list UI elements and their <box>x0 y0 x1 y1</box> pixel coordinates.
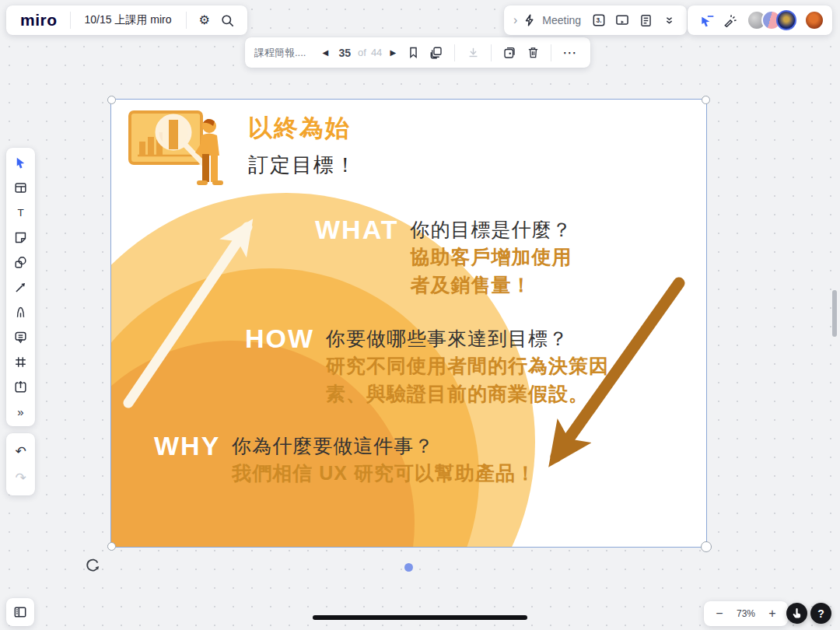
follow-cursor-icon[interactable] <box>695 9 719 32</box>
frames-list-toggle[interactable] <box>6 598 34 626</box>
more-options-icon[interactable]: ⋯ <box>558 41 581 65</box>
of-label: of <box>358 47 366 58</box>
double-chevron-down-icon[interactable] <box>657 9 681 32</box>
answer-how-line1: 研究不同使用者間的行為決策因 <box>326 352 609 380</box>
pen-tool-icon[interactable] <box>9 299 33 324</box>
chart-analysis-illustration <box>125 106 234 193</box>
duplicate-icon[interactable] <box>498 41 521 65</box>
energy-bolt-icon[interactable] <box>520 9 539 32</box>
interactive-mode-button[interactable] <box>786 603 807 624</box>
pages-stack-icon[interactable] <box>425 41 448 65</box>
shapes-tool-icon[interactable] <box>9 250 33 275</box>
miro-logo[interactable]: miro <box>14 11 64 30</box>
vertical-scrollbar[interactable] <box>832 290 837 337</box>
collaboration-panel <box>688 5 832 35</box>
question-what: 你的目標是什麼？ <box>410 216 572 243</box>
question-why: 你為什麼要做這件事？ <box>232 432 536 459</box>
answer-what-line1: 協助客戶增加使用 <box>410 243 572 271</box>
current-user-avatar[interactable] <box>804 10 824 30</box>
section-what: WHAT 你的目標是什麼？ 協助客戶增加使用 者及銷售量！ <box>315 216 572 299</box>
frame-handle-top-right[interactable] <box>702 96 710 104</box>
app-header-left: miro 10/15 上課用 miro ⚙ <box>6 5 247 35</box>
calendar-badge-icon[interactable]: 3. <box>587 9 611 32</box>
svg-text:3.: 3. <box>597 16 602 24</box>
section-how: HOW 你要做哪些事來達到目標？ 研究不同使用者間的行為決策因 素、與驗證目前的… <box>245 325 609 408</box>
bookmark-icon[interactable] <box>401 41 425 65</box>
keyword-what: WHAT <box>315 216 398 243</box>
undo-icon[interactable]: ↶ <box>9 438 33 464</box>
board-title[interactable]: 10/15 上課用 miro <box>77 13 180 27</box>
divider <box>454 44 455 61</box>
frame-handle-top-left[interactable] <box>107 96 116 104</box>
zoom-out-button[interactable]: − <box>710 607 729 621</box>
slide-title-block: 以終為始 訂定目標！ <box>248 112 357 179</box>
frame-tool-icon[interactable] <box>9 349 33 374</box>
divider <box>70 12 71 29</box>
zoom-level[interactable]: 73% <box>737 608 755 619</box>
sticky-note-tool-icon[interactable] <box>9 225 33 250</box>
presentation-icon[interactable] <box>611 9 634 32</box>
prev-frame-button[interactable]: ◀ <box>317 41 334 65</box>
frame-handle-bottom-left[interactable] <box>107 542 116 551</box>
question-how: 你要做哪些事來達到目標？ <box>326 325 609 352</box>
upload-tool-icon[interactable] <box>9 374 33 399</box>
divider <box>491 44 492 61</box>
connector-tool-icon[interactable] <box>9 275 33 299</box>
zoom-controls: − 73% + <box>704 601 788 626</box>
keyword-why: WHY <box>154 432 220 459</box>
history-panel: ↶ ↷ <box>6 433 35 495</box>
collaborator-avatar-3[interactable] <box>776 10 796 30</box>
search-icon[interactable] <box>216 9 240 32</box>
next-frame-button[interactable]: ▶ <box>384 41 401 65</box>
frame-toolbar: 課程簡報.... ◀ 35 of 44 ▶ ⋯ <box>245 37 590 68</box>
collapse-chevron-icon[interactable]: › <box>510 13 520 27</box>
download-icon <box>461 41 485 65</box>
settings-gear-icon[interactable]: ⚙ <box>193 9 216 32</box>
comment-tool-icon[interactable] <box>9 324 33 349</box>
keyword-how: HOW <box>245 325 314 352</box>
frame-anchor-dot[interactable] <box>404 563 413 572</box>
current-frame-number: 35 <box>338 47 351 59</box>
help-button[interactable]: ? <box>810 603 831 624</box>
answer-how-line2: 素、與驗證目前的商業假設。 <box>326 380 609 408</box>
slide-subtitle: 訂定目標！ <box>248 152 357 179</box>
meeting-label[interactable]: Meeting <box>542 14 581 26</box>
trash-icon[interactable] <box>521 41 544 65</box>
rotate-handle-icon[interactable] <box>84 555 103 574</box>
frame-name-label[interactable]: 課程簡報.... <box>254 46 306 60</box>
select-tool-icon[interactable] <box>9 150 33 175</box>
frame-handle-bottom-right[interactable] <box>701 541 712 552</box>
home-indicator-bar <box>313 615 527 620</box>
divider <box>551 44 551 61</box>
notes-icon[interactable] <box>634 9 657 32</box>
svg-text:T: T <box>17 207 23 219</box>
slide-frame[interactable]: 以終為始 訂定目標！ WHAT 你的目標是什麼？ 協助客戶增加使用 者及銷售量！… <box>111 100 706 547</box>
creation-toolbar: T » <box>6 148 35 426</box>
divider <box>186 12 187 29</box>
templates-tool-icon[interactable] <box>9 175 33 200</box>
total-frames: 44 <box>371 47 382 58</box>
miro-app: { "app": { "logo": "miro", "board_title"… <box>0 0 840 630</box>
section-why: WHY 你為什麼要做這件事？ 我們相信 UX 研究可以幫助產品！ <box>154 432 536 487</box>
laser-pointer-icon[interactable] <box>719 9 742 32</box>
more-tools-icon[interactable]: » <box>9 399 33 424</box>
zoom-in-button[interactable]: + <box>763 607 782 621</box>
slide-title: 以終為始 <box>248 112 357 145</box>
redo-icon: ↷ <box>9 464 33 491</box>
text-tool-icon[interactable]: T <box>9 200 33 225</box>
answer-what-line2: 者及銷售量！ <box>410 271 572 299</box>
meeting-panel: › Meeting 3. <box>504 5 687 35</box>
answer-why-line1: 我們相信 UX 研究可以幫助產品！ <box>232 459 536 487</box>
